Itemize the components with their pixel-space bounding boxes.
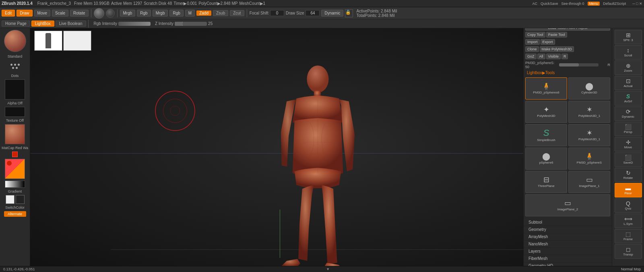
thumb-box-1[interactable] [34, 31, 62, 51]
color-picker[interactable] [5, 159, 25, 179]
rgb2-btn[interactable]: Rgb [169, 10, 183, 17]
nanomesh-item[interactable]: NanoMesh [524, 241, 612, 248]
mrgb2-btn[interactable]: Mrgb [153, 10, 168, 17]
m-btn[interactable]: M [185, 10, 195, 17]
zadd-btn[interactable]: Zadd [196, 10, 211, 16]
frame-btn[interactable]: ⬚ Frame [615, 229, 642, 243]
export-btn[interactable]: Export [541, 39, 555, 45]
pm3d-slider-bar[interactable] [559, 63, 599, 66]
material-preview[interactable] [5, 124, 25, 144]
lightbox-btn[interactable]: LightBox [31, 21, 54, 27]
color-box-white[interactable] [6, 195, 14, 204]
material-label[interactable]: MatCap Red Wa [2, 146, 28, 150]
material-sphere[interactable] [4, 30, 26, 52]
dot1 [10, 64, 12, 66]
default-zscript-btn[interactable]: DefaultZScript [603, 2, 626, 6]
see-through-label[interactable]: See-through 0 [561, 2, 584, 6]
layers-item[interactable]: Layers [524, 248, 612, 255]
rotate-btn[interactable]: ↻ Rotate [615, 168, 642, 182]
scroll-btn[interactable]: ↕ Scroll [615, 45, 642, 60]
rotate-btn[interactable]: Rotate [70, 10, 88, 17]
tool-psphere6[interactable]: ⬤ pSphere6 [525, 147, 567, 170]
tool-threeplane[interactable]: ⊟ ThreePlane [525, 171, 567, 193]
goz-btn[interactable]: GoZ [525, 54, 537, 59]
alternate-btn[interactable]: Alternate [4, 211, 26, 217]
standard-label[interactable]: Standard [8, 54, 23, 58]
import-btn[interactable]: Import [525, 39, 540, 45]
actual-btn[interactable]: ⊡ Actual [615, 76, 642, 90]
fibermesh-item[interactable]: FiberMesh [524, 255, 612, 262]
gradient-bar[interactable] [5, 181, 25, 188]
tool-imageplane1[interactable]: ▭ ImagePlane_1 [568, 171, 610, 193]
avsrf-btn[interactable]: S AvSrf [615, 91, 642, 106]
draw-size-input[interactable] [305, 10, 320, 16]
live-boolean-btn[interactable]: Live Boolean [56, 21, 86, 27]
brush-preview-small[interactable] [106, 9, 115, 18]
texture-preview[interactable] [5, 107, 25, 117]
zoom-btn[interactable]: ⊕ Zoom [615, 60, 642, 75]
move-btn[interactable]: ✛ Move [615, 137, 642, 152]
scale-btn[interactable]: Scale [52, 10, 68, 17]
dots-label[interactable]: Dots [11, 74, 19, 78]
copy-tool-btn[interactable]: Copy Tool [525, 32, 545, 37]
gradient-label[interactable]: Gradient [8, 189, 22, 193]
move-btn[interactable]: Move [34, 10, 50, 17]
tool-imageplane2[interactable]: ▭ ImagePlane_2 [525, 194, 610, 216]
paste-tool-btn[interactable]: Paste Tool [546, 32, 567, 37]
floor-btn[interactable]: ▬ Floor [615, 183, 642, 197]
texture-off-label[interactable]: Texture Off [6, 118, 24, 123]
pm3d-icon: 🧍 [542, 83, 551, 90]
r-btn-tool[interactable]: R [561, 54, 568, 59]
menu-btn[interactable]: Menu [588, 2, 600, 6]
dot-brush-preview[interactable] [7, 60, 23, 72]
alpha-preview[interactable] [5, 79, 25, 100]
saved-btn[interactable]: ⬛ SaveD [615, 152, 642, 167]
tool-pm3d-pspheres[interactable]: 🧍 PM3D_pSphereS [568, 147, 610, 170]
arraymesh-item[interactable]: ArrayMesh [524, 233, 612, 241]
focal-shift-input[interactable] [270, 10, 284, 16]
brush-preview-circle[interactable] [94, 8, 104, 19]
far-right-panel: Tool Load Tool Save As: Load Tools From … [523, 7, 612, 272]
switch-color-label[interactable]: SwitchColor [5, 206, 25, 210]
window-controls[interactable]: ─ □ ✕ [632, 2, 642, 6]
geometry-item[interactable]: Geometry [524, 226, 612, 233]
edit-btn[interactable]: Edit [2, 10, 15, 17]
visible-btn[interactable]: Visible [546, 54, 561, 59]
pm3d2-icon: 🧍 [585, 153, 594, 160]
tool-cylinder3d[interactable]: ⬤ Cylinder3D [568, 77, 610, 100]
lock-icon[interactable]: 🔒 [345, 9, 353, 17]
persp-btn[interactable]: ⬛ Persp [615, 122, 642, 136]
zcut-btn[interactable]: Zcut [230, 10, 244, 16]
rgb-intensity-slider[interactable] [118, 22, 151, 26]
tool-simplebrush[interactable]: S SimpleBrush [525, 124, 567, 146]
home-page-btn[interactable]: Home Page [2, 21, 30, 27]
polymesh-icon: ✦ [543, 106, 549, 113]
mrgb-btn[interactable]: Mrgb [120, 10, 136, 17]
tool-polymesh3d-1[interactable]: ✶ PolyMesh3D_1 [568, 101, 610, 123]
lightbox-tools-btn[interactable]: Lightbox▶Tools [524, 70, 612, 76]
tool-menu-list: Subtool Geometry ArrayMesh NanoMesh Laye… [524, 218, 612, 272]
tool-polymesh3d[interactable]: ✦ PolyMesh3D [525, 101, 567, 123]
color-box-black[interactable] [16, 195, 25, 204]
thumb-box-2[interactable] [63, 31, 91, 51]
color-selector-red[interactable] [12, 152, 18, 157]
z-intensity-slider[interactable] [175, 22, 207, 26]
make-polymesh-btn[interactable]: Make PolyMesh3D [540, 46, 574, 52]
zsub-btn[interactable]: Zsub [213, 10, 228, 16]
lsym-btn[interactable]: ⟺ L.Sym [615, 214, 642, 228]
dynamic-btn[interactable]: ⟳ Dynamic [615, 106, 642, 121]
quick-save-btn[interactable]: QuickSave [541, 2, 558, 6]
qviz-btn[interactable]: Q Qviz [615, 198, 642, 213]
dynamic-btn[interactable]: Dynamic [321, 10, 343, 17]
alpha-off-label[interactable]: Alpha Off [7, 101, 22, 105]
spfr-btn[interactable]: ⊞ SPfr: 3 [615, 30, 642, 44]
draw-btn[interactable]: Draw [17, 10, 32, 17]
subtool-item[interactable]: Subtool [524, 219, 612, 226]
rgb-btn[interactable]: Rgb [137, 10, 151, 17]
all-btn[interactable]: All [537, 54, 545, 59]
tool-polymesh3d-1b[interactable]: ✶ PolyMesh3D_1 [568, 124, 610, 146]
transp-btn[interactable]: ◻ Transp [615, 244, 642, 259]
tool-pm3d-pspheres6[interactable]: 🧍 PM3D_pSpheres6 [525, 77, 567, 100]
clone-btn[interactable]: Clone [525, 46, 539, 52]
pm3d-r-btn[interactable]: R [600, 63, 610, 67]
